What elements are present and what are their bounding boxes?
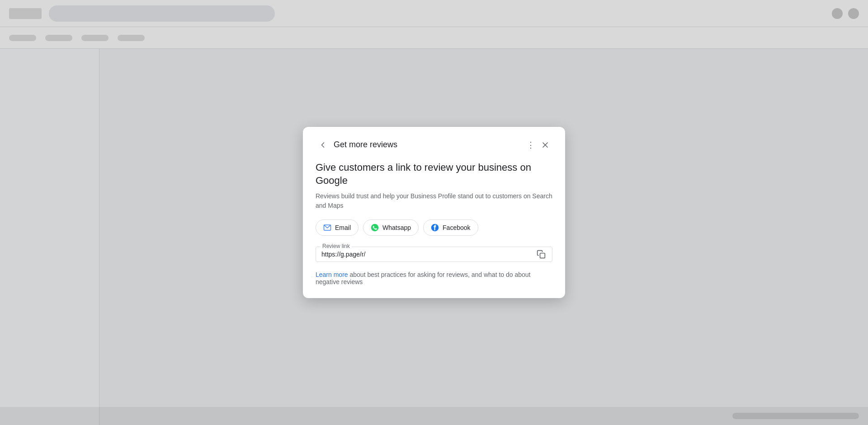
more-vert-icon: ⋮: [527, 140, 535, 150]
whatsapp-button-label: Whatsapp: [382, 224, 411, 231]
svg-point-3: [371, 224, 379, 232]
copy-link-button[interactable]: [535, 248, 547, 261]
share-buttons-group: Email Whatsapp: [316, 220, 552, 236]
facebook-icon: [431, 224, 439, 232]
svg-rect-5: [540, 253, 545, 258]
learn-more-paragraph: Learn more about best practices for aski…: [316, 271, 552, 285]
dialog-header: Get more reviews ⋮: [316, 138, 552, 152]
learn-more-link[interactable]: Learn more: [316, 271, 348, 278]
dialog-close-button[interactable]: [538, 138, 552, 152]
dialog-body: Give customers a link to review your bus…: [316, 161, 552, 285]
dialog-menu-button[interactable]: ⋮: [524, 138, 538, 152]
close-icon: [541, 140, 550, 149]
share-email-button[interactable]: Email: [316, 220, 359, 236]
review-link-field: Review link https://g.page/r/: [316, 247, 552, 262]
review-link-value: https://g.page/r/: [321, 251, 530, 258]
learn-more-rest-text: about best practices for asking for revi…: [316, 271, 531, 285]
review-link-label: Review link: [321, 243, 352, 249]
share-whatsapp-button[interactable]: Whatsapp: [363, 220, 419, 236]
back-button[interactable]: [316, 138, 330, 152]
whatsapp-icon: [371, 224, 379, 232]
share-facebook-button[interactable]: Facebook: [423, 220, 478, 236]
email-button-label: Email: [335, 224, 351, 231]
get-more-reviews-dialog: Get more reviews ⋮ Give customers a link…: [303, 127, 565, 298]
copy-icon: [537, 250, 546, 259]
dialog-backdrop: Get more reviews ⋮ Give customers a link…: [0, 0, 868, 425]
facebook-button-label: Facebook: [443, 224, 470, 231]
dialog-subtext: Reviews build trust and help your Busine…: [316, 191, 552, 210]
back-icon: [318, 140, 327, 149]
dialog-title: Get more reviews: [334, 140, 524, 149]
dialog-heading: Give customers a link to review your bus…: [316, 161, 552, 187]
email-icon: [323, 224, 331, 232]
